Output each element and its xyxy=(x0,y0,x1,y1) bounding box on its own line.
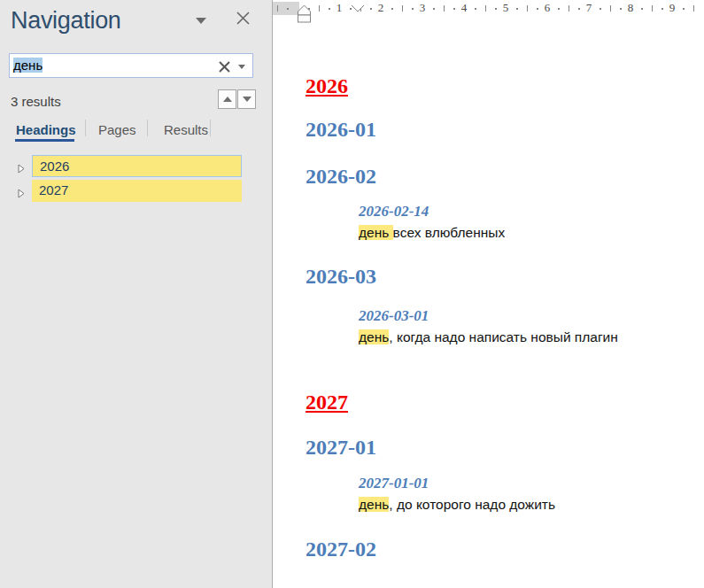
pane-title: Navigation xyxy=(11,7,121,35)
search-text: день xyxy=(13,58,43,73)
ruler-tick xyxy=(620,8,622,10)
previous-result-button[interactable] xyxy=(218,89,236,109)
heading-day[interactable]: 2026-02-14 xyxy=(359,203,429,220)
heading-day[interactable]: 2026-03-01 xyxy=(359,307,429,325)
results-count: 3 results xyxy=(11,94,61,109)
clear-search-button[interactable] xyxy=(219,60,230,72)
ruler-tick xyxy=(558,8,560,10)
triangle-down-icon xyxy=(243,97,251,102)
ruler-tick xyxy=(641,8,643,10)
search-input[interactable]: день xyxy=(9,53,253,78)
first-line-indent-icon xyxy=(351,5,365,12)
heading-month[interactable]: 2026-01 xyxy=(306,118,376,142)
ruler-tick xyxy=(683,8,685,10)
ruler-number: 3 xyxy=(420,1,426,15)
ruler-number: 4 xyxy=(461,1,468,15)
ruler-tick xyxy=(600,8,601,10)
ruler-tick xyxy=(329,8,330,10)
heading-month[interactable]: 2027-01 xyxy=(306,436,376,460)
heading-month[interactable]: 2026-03 xyxy=(306,265,376,289)
selected-search-text: день xyxy=(13,58,43,73)
heading-year[interactable]: 2027 xyxy=(306,391,348,414)
paragraph[interactable]: день, до которого надо дожить xyxy=(359,497,555,513)
tab-results[interactable]: Results xyxy=(164,122,208,137)
ruler-number: 9 xyxy=(669,1,676,15)
search-dropdown-chevron-icon[interactable] xyxy=(238,65,245,69)
ruler-tick xyxy=(277,5,278,12)
ruler-tick xyxy=(370,8,372,10)
heading-year[interactable]: 2026 xyxy=(306,74,348,98)
ruler-tick xyxy=(527,5,528,12)
search-hit-highlight: день xyxy=(359,329,389,344)
paragraph-text: , до которого надо дожить xyxy=(389,497,555,512)
ruler-tick xyxy=(569,5,569,12)
horizontal-ruler: 123456789 xyxy=(273,0,704,27)
ruler-tick xyxy=(287,8,289,10)
ruler-tick xyxy=(578,8,580,10)
indent-marker-icon xyxy=(297,4,312,24)
ruler-tick xyxy=(402,5,403,12)
ruler-tick xyxy=(433,8,435,10)
heading-month[interactable]: 2026-02 xyxy=(306,165,376,189)
triangle-up-icon xyxy=(223,97,232,102)
tree-item-2026[interactable]: 2026 xyxy=(32,155,242,177)
tab-separator xyxy=(85,120,86,136)
heading-month[interactable]: 2027-02 xyxy=(306,538,376,561)
ruler-number: 5 xyxy=(503,1,509,15)
next-result-button[interactable] xyxy=(237,89,256,109)
pane-options-caret-icon[interactable] xyxy=(196,18,206,24)
ruler-tick xyxy=(319,5,320,12)
ruler-tick xyxy=(412,8,414,10)
ruler-number: 6 xyxy=(545,1,551,15)
ruler-tick xyxy=(652,5,653,12)
ruler-tick xyxy=(693,5,694,12)
tab-pages[interactable]: Pages xyxy=(98,122,136,137)
tab-separator xyxy=(210,120,211,136)
pane-close-button[interactable] xyxy=(235,10,252,27)
ruler-tick xyxy=(391,8,393,10)
tree-item-2027[interactable]: 2027 xyxy=(32,180,242,202)
document-area[interactable]: 123456789 2026 2026-01 2026-02 2026-02-1… xyxy=(273,0,704,588)
expander-chevron-right-icon[interactable] xyxy=(18,186,25,196)
tab-headings[interactable]: Headings xyxy=(16,122,76,137)
tab-active-underline xyxy=(15,139,74,142)
ruler-tick xyxy=(444,5,445,12)
paragraph-text: всех влюбленных xyxy=(393,225,506,240)
tab-separator xyxy=(147,120,148,136)
navigation-pane: Navigation день 3 results Headings Pages… xyxy=(0,0,273,588)
ruler-number: 7 xyxy=(586,1,592,15)
close-icon xyxy=(235,10,252,27)
paragraph[interactable]: день всех влюбленных xyxy=(359,225,505,241)
paragraph[interactable]: день, когда надо написать новый плагин xyxy=(359,329,618,345)
ruler-number: 8 xyxy=(628,1,634,15)
ruler-tick xyxy=(475,8,476,10)
ruler-tick xyxy=(495,8,497,10)
first-line-indent-marker[interactable] xyxy=(351,0,365,16)
ruler-tick xyxy=(610,5,611,12)
paragraph-text: , когда надо написать новый плагин xyxy=(389,329,617,344)
ruler-tick xyxy=(516,8,518,10)
left-indent-marker[interactable] xyxy=(297,4,312,27)
clear-icon xyxy=(219,61,230,73)
ruler-tick xyxy=(661,8,663,10)
search-hit-highlight: день xyxy=(359,225,393,240)
ruler-number: 2 xyxy=(378,1,384,15)
ruler-tick xyxy=(453,8,455,10)
ruler-tick xyxy=(537,8,538,10)
ruler-number: 1 xyxy=(337,1,343,15)
heading-day[interactable]: 2027-01-01 xyxy=(359,475,429,492)
search-hit-highlight: день xyxy=(359,497,389,512)
ruler-tick xyxy=(485,5,486,12)
expander-chevron-right-icon[interactable] xyxy=(18,161,25,171)
